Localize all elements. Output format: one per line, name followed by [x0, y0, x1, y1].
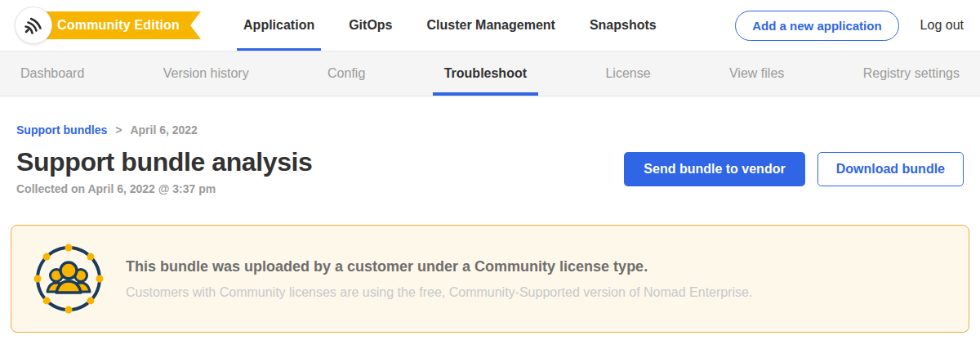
subnav-version-history[interactable]: Version history [163, 51, 249, 96]
subnav-view-files[interactable]: View files [729, 51, 784, 96]
breadcrumb-current: April 6, 2022 [130, 123, 198, 136]
subnav-license[interactable]: License [605, 51, 650, 96]
replicated-logo[interactable] [15, 7, 52, 44]
breadcrumb-separator: > [115, 123, 122, 136]
collected-date: April 6, 2022 @ 3:37 pm [87, 182, 216, 195]
subnav-dashboard[interactable]: Dashboard [20, 51, 84, 96]
replicated-logo-icon [22, 14, 45, 37]
breadcrumb: Support bundles > April 6, 2022 [16, 123, 964, 136]
top-navbar: Community Edition Application GitOps Clu… [0, 0, 980, 51]
bundle-actions: Send bundle to vendor Download bundle [624, 152, 964, 186]
top-nav-cluster-management[interactable]: Cluster Management [427, 0, 555, 51]
collected-timestamp: Collected on April 6, 2022 @ 3:37 pm [16, 182, 312, 195]
page-content: Support bundles > April 6, 2022 Support … [0, 123, 980, 195]
banner-subtitle: Customers with Community licenses are us… [126, 285, 752, 300]
subnav-config[interactable]: Config [327, 51, 365, 96]
title-row: Support bundle analysis Collected on Apr… [16, 148, 964, 195]
top-nav-links: Application GitOps Cluster Management Sn… [243, 0, 657, 51]
community-edition-badge: Community Edition [42, 11, 201, 39]
send-bundle-to-vendor-button[interactable]: Send bundle to vendor [624, 152, 804, 186]
top-nav-right: Add a new application Log out [735, 11, 964, 41]
community-license-banner: This bundle was uploaded by a customer u… [11, 225, 969, 333]
banner-title: This bundle was uploaded by a customer u… [126, 258, 752, 275]
subnav-registry-settings[interactable]: Registry settings [863, 51, 960, 96]
banner-text: This bundle was uploaded by a customer u… [126, 258, 752, 300]
breadcrumb-support-bundles-link[interactable]: Support bundles [16, 123, 107, 136]
logout-link[interactable]: Log out [920, 18, 964, 33]
subnav-troubleshoot[interactable]: Troubleshoot [444, 51, 527, 96]
collected-prefix: Collected on [16, 182, 85, 195]
add-new-application-button[interactable]: Add a new application [735, 11, 898, 41]
download-bundle-button[interactable]: Download bundle [817, 152, 964, 186]
top-nav-application[interactable]: Application [243, 0, 314, 51]
app-sub-navbar: Dashboard Version history Config Trouble… [0, 51, 980, 96]
community-license-icon [31, 241, 106, 316]
top-nav-gitops[interactable]: GitOps [349, 0, 392, 51]
top-nav-snapshots[interactable]: Snapshots [590, 0, 657, 51]
page-title: Support bundle analysis [16, 148, 312, 177]
title-block: Support bundle analysis Collected on Apr… [16, 148, 312, 195]
people-glyph [47, 262, 90, 293]
